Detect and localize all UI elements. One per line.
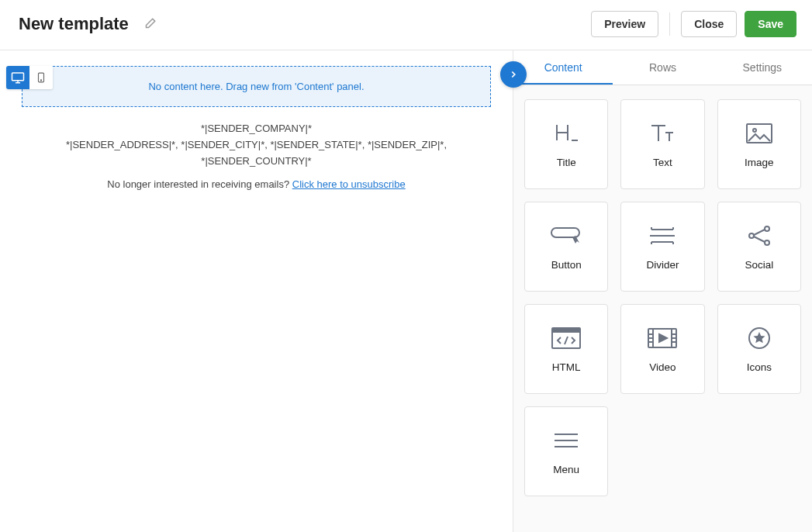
tile-label: Social <box>745 259 773 271</box>
image-icon <box>741 121 777 146</box>
icons-icon <box>741 326 777 351</box>
svg-point-7 <box>765 226 769 231</box>
tile-title[interactable]: Title <box>524 99 608 189</box>
unsub-prefix: No longer interested in receiving emails… <box>107 178 292 190</box>
dropzone[interactable]: No content here. Drag new from 'Content'… <box>22 66 491 107</box>
footer-line-2: *|SENDER_ADDRESS|*, *|SENDER_CITY|*, *|S… <box>26 137 486 170</box>
email-footer: *|SENDER_COMPANY|* *|SENDER_ADDRESS|*, *… <box>11 121 502 193</box>
tile-text[interactable]: Text <box>620 99 704 189</box>
tab-rows[interactable]: Rows <box>613 50 712 85</box>
header-left: New template <box>19 14 157 34</box>
tile-label: Video <box>649 361 676 373</box>
preview-button[interactable]: Preview <box>591 11 658 37</box>
unsubscribe-line: No longer interested in receiving emails… <box>26 177 486 193</box>
social-icon <box>741 223 777 248</box>
panel-tabs: Content Rows Settings <box>513 50 812 85</box>
tile-divider[interactable]: Divider <box>620 202 704 292</box>
mobile-view-button[interactable] <box>29 66 53 89</box>
footer-line-1: *|SENDER_COMPANY|* <box>26 121 486 137</box>
tile-label: Divider <box>646 259 679 271</box>
content-tiles: Title Text Image Button <box>513 85 812 510</box>
tile-video[interactable]: Video <box>620 304 704 394</box>
tile-icons[interactable]: Icons <box>717 304 801 394</box>
svg-point-2 <box>40 80 41 81</box>
svg-rect-10 <box>552 328 580 333</box>
pencil-icon[interactable] <box>143 17 157 31</box>
main-area: No content here. Drag new from 'Content'… <box>0 50 812 532</box>
tile-label: Title <box>557 157 576 168</box>
tile-html[interactable]: HTML <box>524 304 608 394</box>
canvas-area: No content here. Drag new from 'Content'… <box>0 50 513 532</box>
divider-icon <box>644 223 680 248</box>
tile-social[interactable]: Social <box>717 202 801 292</box>
tile-label: Text <box>653 157 672 168</box>
tile-label: HTML <box>552 361 581 373</box>
dropzone-text: No content here. Drag new from 'Content'… <box>148 81 364 92</box>
button-icon <box>548 223 584 248</box>
video-icon <box>644 326 680 351</box>
tile-label: Button <box>551 259 582 271</box>
tab-settings[interactable]: Settings <box>713 50 812 85</box>
tile-label: Image <box>745 157 774 168</box>
svg-point-4 <box>753 129 756 132</box>
device-toggle <box>6 66 53 89</box>
desktop-view-button[interactable] <box>6 66 29 89</box>
page-title: New template <box>19 14 129 34</box>
tile-label: Icons <box>747 361 772 373</box>
svg-point-6 <box>749 233 754 238</box>
tile-button[interactable]: Button <box>524 202 608 292</box>
menu-icon <box>548 428 584 453</box>
unsubscribe-link[interactable]: Click here to unsubscribe <box>292 178 406 190</box>
header-bar: New template Preview Close Save <box>0 0 812 50</box>
side-panel: Content Rows Settings Title Text <box>513 50 812 532</box>
header-actions: Preview Close Save <box>591 11 796 37</box>
title-icon <box>548 121 584 146</box>
separator <box>669 12 670 36</box>
tile-menu[interactable]: Menu <box>524 406 608 496</box>
text-icon <box>644 121 680 146</box>
collapse-panel-button[interactable] <box>500 61 527 88</box>
tile-image[interactable]: Image <box>717 99 801 189</box>
tab-content[interactable]: Content <box>513 50 613 85</box>
save-button[interactable]: Save <box>745 11 796 37</box>
svg-point-8 <box>765 240 769 245</box>
close-button[interactable]: Close <box>681 11 737 37</box>
svg-rect-0 <box>12 73 24 81</box>
html-icon <box>548 326 584 351</box>
tile-label: Menu <box>553 464 579 475</box>
